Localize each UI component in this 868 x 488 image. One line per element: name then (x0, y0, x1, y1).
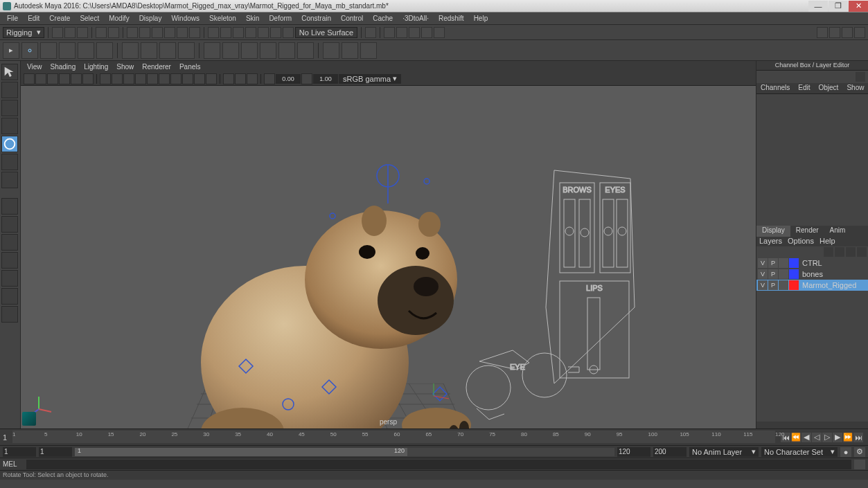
select-curves-button[interactable] (189, 27, 200, 38)
vp-textured-button[interactable] (147, 73, 158, 84)
channel-display-icon[interactable] (856, 72, 865, 82)
prefs-button[interactable]: ⚙ (854, 447, 865, 457)
menu-cache[interactable]: Cache (369, 13, 397, 24)
wrap-button[interactable] (278, 42, 295, 59)
vp-bookmark-button[interactable] (47, 73, 58, 84)
time-slider[interactable]: 1 15101520253035404550556065707580859095… (0, 428, 868, 445)
snap-plane-button[interactable] (245, 27, 256, 38)
lattice-button[interactable] (159, 42, 176, 59)
layer-visibility-toggle[interactable]: V (758, 280, 768, 290)
vp-colorspace-dropdown[interactable]: sRGB gamma▾ (339, 74, 401, 84)
shelf-toggle-button[interactable]: ▸ (3, 42, 19, 59)
menu-select[interactable]: Select (76, 13, 103, 24)
render-ipr-button[interactable] (396, 27, 407, 38)
menu-constrain[interactable]: Constrain (297, 13, 335, 24)
vp-select-camera-button[interactable] (24, 73, 35, 84)
marmot-model[interactable] (201, 197, 478, 428)
layer-display-toggle[interactable] (779, 258, 788, 268)
layer-empty-button[interactable] (846, 247, 856, 257)
layer-row[interactable]: V P CTRL (756, 257, 868, 269)
channel-tab-channels[interactable]: Channels (756, 83, 794, 93)
outliner-button[interactable] (1, 288, 18, 305)
vp-use-lights-button[interactable] (159, 73, 170, 84)
ik-handle-button[interactable] (122, 42, 139, 59)
layer-scrollbar[interactable] (756, 422, 868, 428)
auto-key-button[interactable]: ● (840, 447, 851, 457)
vp-ao-button[interactable] (182, 73, 193, 84)
joint-tool-button[interactable] (21, 42, 38, 59)
vp-menu-panels[interactable]: Panels (176, 62, 204, 71)
constraint-parent-button[interactable] (342, 42, 358, 59)
layer-color-swatch[interactable] (789, 269, 799, 279)
render-settings-button[interactable] (421, 27, 432, 38)
ui-toggle-2-button[interactable] (829, 27, 840, 38)
layer-visibility-toggle[interactable]: V (758, 258, 768, 268)
layer-visibility-toggle[interactable]: V (758, 269, 768, 279)
close-button[interactable]: ✕ (849, 1, 868, 12)
channel-tab-show[interactable]: Show (842, 83, 868, 93)
range-end-outer[interactable]: 200 (653, 447, 687, 457)
face-rig-panel[interactable]: BROWS EYES LIPS (464, 162, 644, 428)
menu-display[interactable]: Display (135, 13, 166, 24)
constraint-point-button[interactable] (323, 42, 339, 59)
vp-gamma-icon[interactable] (301, 73, 312, 84)
layer-display-toggle[interactable] (779, 269, 788, 279)
paint-weights-button[interactable] (241, 42, 258, 59)
vp-motion-blur-button[interactable] (194, 73, 205, 84)
undo-button[interactable] (96, 27, 107, 38)
vp-xray-joints-button[interactable] (247, 73, 258, 84)
viewport[interactable]: BROWS EYES LIPS (21, 86, 756, 428)
ui-toggle-1-button[interactable] (817, 27, 828, 38)
select-by-object-button[interactable] (139, 27, 150, 38)
layer-playback-toggle[interactable]: P (768, 280, 778, 290)
snap-curve-button[interactable] (220, 27, 231, 38)
vp-wireframe-button[interactable] (123, 73, 134, 84)
anim-layer-dropdown[interactable]: No Anim Layer▾ (689, 447, 759, 457)
select-handles-button[interactable] (164, 27, 175, 38)
layer-display-toggle[interactable] (779, 280, 788, 290)
paint-select-tool-button[interactable] (1, 100, 18, 116)
minimize-button[interactable]: — (808, 1, 828, 12)
pose-button[interactable] (297, 42, 314, 59)
vp-menu-lighting[interactable]: Lighting (80, 62, 112, 71)
step-forward-frame-button[interactable]: ▶ (833, 433, 842, 442)
play-forward-button[interactable]: ▷ (822, 433, 832, 442)
range-handle[interactable]: 1 120 (75, 448, 407, 456)
select-tool-button[interactable] (1, 64, 18, 80)
save-scene-button[interactable] (77, 27, 88, 38)
vp-menu-show[interactable]: Show (113, 62, 137, 71)
play-backward-button[interactable]: ◁ (812, 433, 822, 442)
vp-isolate-button[interactable] (223, 73, 234, 84)
hypershade-button[interactable] (1, 270, 18, 287)
single-perspective-button[interactable] (1, 198, 18, 215)
layer-playback-toggle[interactable]: P (768, 258, 778, 268)
menu-control[interactable]: Control (337, 13, 367, 24)
detach-skin-button[interactable] (222, 42, 239, 59)
layer-new-button[interactable] (857, 247, 867, 257)
command-lang-label[interactable]: MEL (3, 460, 24, 468)
bind-skin-button[interactable] (204, 42, 220, 59)
menu-3dtoall[interactable]: ·3DtoAll· (398, 13, 433, 24)
range-start-inner[interactable]: 1 (39, 447, 72, 457)
vp-menu-view[interactable]: View (24, 62, 46, 71)
vp-shadows-button[interactable] (170, 73, 181, 84)
layer-playback-toggle[interactable]: P (768, 269, 778, 279)
step-back-key-button[interactable]: ⏪ (791, 433, 801, 442)
time-track[interactable]: 1510152025303540455055606570758085909510… (12, 431, 775, 443)
step-forward-key-button[interactable]: ⏩ (843, 433, 853, 442)
vp-2d-pan-button[interactable] (71, 73, 82, 84)
layer-menu-options[interactable]: Options (788, 237, 814, 246)
vp-grease-pencil-button[interactable] (82, 73, 94, 84)
vp-lock-camera-button[interactable] (35, 73, 46, 84)
open-scene-button[interactable] (64, 27, 76, 38)
snap-grid-button[interactable] (208, 27, 219, 38)
range-track[interactable]: 1 120 (75, 448, 614, 456)
select-by-component-button[interactable] (152, 27, 163, 38)
select-joints-button[interactable] (177, 27, 188, 38)
layer-menu-layers[interactable]: Layers (759, 237, 782, 246)
channel-tab-object[interactable]: Object (815, 83, 843, 93)
channel-tab-edit[interactable]: Edit (794, 83, 814, 93)
scale-tool-button[interactable] (1, 154, 18, 170)
layer-tab-anim[interactable]: Anim (824, 226, 851, 237)
range-end-inner[interactable]: 120 (617, 447, 650, 457)
